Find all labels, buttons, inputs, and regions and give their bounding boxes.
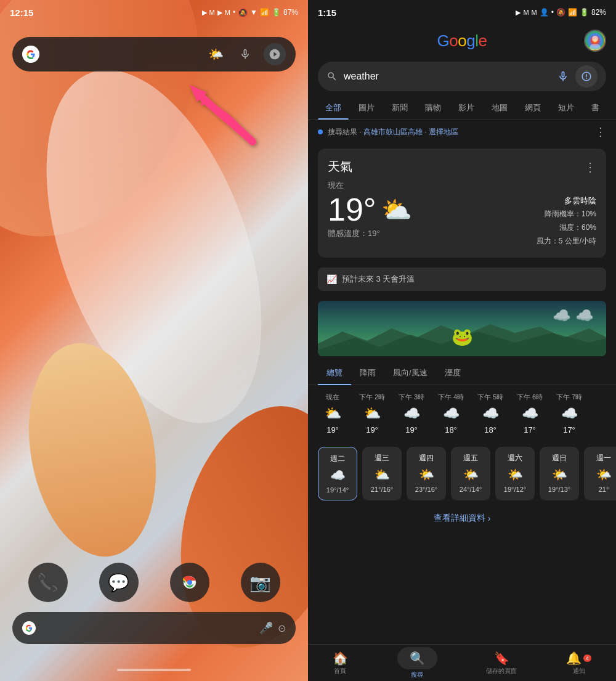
nav-home[interactable]: 🏠 首頁 — [333, 651, 348, 675]
day-temps-0: 19°/14° — [326, 486, 349, 494]
hour-label-0: 現在 — [326, 393, 339, 402]
dock-search-bar[interactable]: 🎤 ⊙ — [12, 612, 296, 644]
day-name-5: 週日 — [552, 453, 567, 463]
dock-phone-icon[interactable]: 📞 — [28, 563, 68, 602]
weather-more-icon[interactable]: ⋮ — [584, 160, 596, 174]
day-temps-5: 19°/13° — [548, 486, 570, 493]
search-bar-icons: 🌤️ — [205, 43, 286, 65]
wind: 風力：5 公里/小時 — [537, 235, 596, 248]
search-icon — [326, 71, 338, 82]
tab-maps[interactable]: 地圖 — [484, 96, 515, 120]
hourly-tab-rain[interactable]: 降雨 — [351, 361, 384, 385]
bottom-dock: 📞 💬 📷 🎤 ⊙ — [0, 563, 308, 644]
wifi-icon: 📶 — [260, 8, 269, 17]
hourly-tab-overview[interactable]: 總覽 — [318, 361, 351, 385]
weather-widget-icon[interactable]: 🌤️ — [205, 43, 227, 65]
dock-lens-icon[interactable]: ⊙ — [278, 622, 286, 634]
day-card-2[interactable]: 週四 🌤️ 23°/16° — [407, 447, 446, 500]
search-bar-widget[interactable]: 🌤️ — [12, 37, 296, 71]
tab-books[interactable]: 書 — [584, 96, 607, 120]
illustration-clouds: ☁️ ☁️ — [553, 307, 594, 324]
hour-label-4: 下午 5時 — [477, 393, 503, 402]
search-nav-icon: 🔍 — [410, 651, 425, 665]
day-card-3[interactable]: 週五 🌤️ 24°/14° — [451, 447, 490, 500]
left-panel: 12:15 ▶ M ▶ M • 🔕 ▼ 📶 🔋 87% 🌤️ — [0, 0, 308, 681]
result-more-icon[interactable]: ⋮ — [595, 125, 606, 139]
day-card-1[interactable]: 週三 ⛅ 21°/16° — [362, 447, 402, 500]
hour-temp-5: 17° — [524, 425, 536, 434]
hour-icon-2: ☁️ — [403, 406, 420, 422]
hour-temp-3: 18° — [445, 425, 457, 434]
hour-item-2: 下午 3時 ☁️ 19° — [397, 393, 426, 434]
dock-camera-icon[interactable]: 📷 — [241, 563, 280, 602]
day-card-6[interactable]: 週一 🌤️ 21° — [584, 447, 616, 500]
day-name-1: 週三 — [375, 453, 389, 463]
mic-icon[interactable] — [557, 70, 569, 83]
humidity: 濕度：60% — [537, 221, 596, 235]
change-location-link[interactable]: 選擇地區 — [429, 128, 458, 136]
hour-item-1: 下午 2時 ⛅ 19° — [357, 393, 387, 434]
arrow-annotation — [185, 80, 271, 169]
day-card-0[interactable]: 週二 ☁️ 19°/14° — [318, 447, 357, 500]
battery-icon: 🔋 — [272, 8, 281, 17]
google-icon — [22, 46, 39, 63]
day-icon-0: ☁️ — [330, 468, 346, 483]
weather-title: 天氣 — [328, 158, 352, 175]
nav-saved[interactable]: 🔖 儲存的頁面 — [486, 651, 517, 675]
result-location[interactable]: 高雄市鼓山區高雄 — [363, 128, 423, 136]
day-temps-3: 24°/14° — [460, 486, 482, 493]
notification-badge: 4 — [583, 654, 591, 662]
dock-mic-icon[interactable]: 🎤 — [259, 621, 273, 635]
tab-news[interactable]: 新聞 — [384, 96, 415, 120]
weather-card: 天氣 ⋮ 現在 19° ⛅ 體感溫度：19° 多雲時陰 降雨機率：10% 濕度：… — [318, 149, 606, 258]
search-tabs: 全部 圖片 新聞 購物 影片 地圖 網頁 短片 書 — [308, 96, 616, 120]
more-details-text: 查看詳細資料 — [434, 513, 485, 524]
tab-videos[interactable]: 影片 — [451, 96, 482, 120]
user-avatar[interactable] — [584, 30, 606, 52]
day-card-4[interactable]: 週六 🌤️ 19°/12° — [495, 447, 535, 500]
nav-notifications[interactable]: 🔔 4 通知 — [566, 651, 591, 675]
more-details-link[interactable]: 查看詳細資料 › — [308, 505, 616, 531]
nav-search[interactable]: 🔍 搜尋 — [397, 647, 437, 679]
tab-shorts[interactable]: 短片 — [551, 96, 582, 120]
tab-web[interactable]: 網頁 — [517, 96, 548, 120]
day-temps-1: 21°/16° — [371, 486, 393, 493]
status-bar-right: 1:15 ▶ M M 👤 • 🔕 📶 🔋 82% — [308, 0, 616, 25]
arrow-svg — [185, 80, 271, 166]
weather-left: 19° ⛅ 體感溫度：19° — [328, 194, 537, 239]
status-icons-left: ▶ M ▶ M • 🔕 ▼ 📶 🔋 87% — [202, 8, 298, 17]
tab-images[interactable]: 圖片 — [351, 96, 382, 120]
weather-right: 多雲時陰 降雨機率：10% 濕度：60% 風力：5 公里/小時 — [537, 194, 596, 248]
gmail2-right-icon: M — [532, 9, 537, 16]
weekly-forecast[interactable]: 週二 ☁️ 19°/14° 週三 ⛅ 21°/16° 週四 🌤️ 23°/16°… — [308, 442, 616, 505]
dock-chrome-icon[interactable] — [170, 563, 209, 602]
hourly-tab-humidity[interactable]: 溼度 — [436, 361, 469, 385]
dock-messages-icon[interactable]: 💬 — [99, 563, 139, 602]
hourly-scroll[interactable]: 現在 ⛅ 19° 下午 2時 ⛅ 19° 下午 3時 ☁️ 19° 下午 4時 … — [308, 385, 616, 442]
search-query[interactable]: weather — [344, 71, 551, 82]
bookmark-icon: 🔖 — [494, 651, 509, 666]
voice-search-icon[interactable] — [234, 43, 256, 65]
status-icons-right: ▶ M M 👤 • 🔕 📶 🔋 82% — [516, 8, 606, 17]
weather-main-row: 19° ⛅ 體感溫度：19° 多雲時陰 降雨機率：10% 濕度：60% 風力：5… — [328, 194, 596, 248]
hourly-tab-wind[interactable]: 風向/風速 — [384, 361, 436, 385]
battery-pct: 87% — [283, 8, 298, 17]
weather-icon-large: ⛅ — [381, 197, 412, 222]
time-right: 1:15 — [318, 7, 336, 18]
hour-label-5: 下午 6時 — [517, 393, 543, 402]
day-card-5[interactable]: 週日 🌤️ 19°/13° — [540, 447, 579, 500]
lens-search-icon[interactable] — [264, 43, 286, 65]
weather-temp: 19° — [328, 194, 376, 226]
dock-apps: 📞 💬 📷 — [12, 563, 296, 602]
tab-shopping[interactable]: 購物 — [418, 96, 448, 120]
hour-label-2: 下午 3時 — [399, 393, 424, 402]
forecast-alert: 📈 預計未來 3 天會升溫 — [318, 267, 606, 291]
lens-icon-btn[interactable] — [575, 65, 598, 88]
result-dot — [318, 129, 323, 134]
tab-all[interactable]: 全部 — [318, 96, 349, 120]
search-bar-right[interactable]: weather — [318, 62, 606, 91]
result-separator: · — [359, 128, 363, 136]
hour-icon-0: ⛅ — [325, 406, 341, 422]
wifi-right-icon: 📶 — [568, 8, 577, 17]
gmail2-icon: M — [225, 9, 230, 16]
